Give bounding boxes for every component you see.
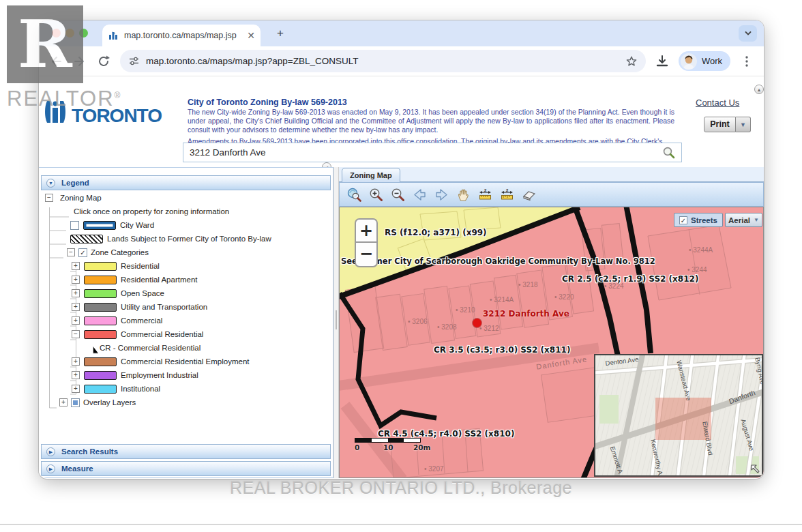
measure-area-icon[interactable]: 2 <box>499 187 515 203</box>
expander-minus-icon[interactable]: − <box>67 248 75 256</box>
header-collapse-button[interactable]: ▴ <box>754 85 764 94</box>
parcel-number: 3210 <box>456 306 475 314</box>
tree-node-cr-sub: CR - Commercial Residential <box>39 341 332 355</box>
tree-label: Click once on property for zoning inform… <box>74 207 229 216</box>
bookmark-star-icon[interactable] <box>625 55 638 68</box>
browser-tab[interactable]: map.toronto.ca/maps/map.jsp ✕ <box>102 25 261 46</box>
streets-checkbox[interactable]: ✓ <box>679 216 687 224</box>
window-zoom-button[interactable] <box>79 29 88 38</box>
tab-list-chevron-button[interactable] <box>739 25 757 42</box>
scale-tick: 0 <box>355 443 359 452</box>
zoom-out-icon[interactable] <box>390 187 406 203</box>
measure-header[interactable]: ▶ Measure <box>41 461 331 476</box>
parcel-number: 3220 <box>554 293 574 301</box>
scale-tick: 10 <box>383 443 393 452</box>
map-tab-row: Zoning Map <box>339 167 764 182</box>
eraser-icon[interactable] <box>521 187 537 203</box>
measure-distance-icon[interactable]: 2 <box>477 187 493 203</box>
expander-minus-icon[interactable]: − <box>45 194 53 202</box>
print-button[interactable]: Print <box>704 117 736 132</box>
tree-label: Commercial Residential Employment <box>121 357 250 366</box>
map-zoom-out-button[interactable]: − <box>355 243 378 267</box>
map-toolbar: 2 2 <box>339 182 764 207</box>
tree-label: Lands Subject to Former City of Toronto … <box>107 235 271 243</box>
tree-node-zone: + Residential Apartment <box>39 273 332 286</box>
legend-header[interactable]: ▼ Legend <box>41 175 331 190</box>
zone-label-cr45: CR 4.5 (c4.5; r4.0) SS2 (x810) <box>378 429 514 439</box>
map-canvas[interactable]: RS (f12.0; a371) (x99) See Former City o… <box>339 207 764 478</box>
profile-button[interactable]: Work <box>679 51 730 71</box>
window-minimize-button[interactable] <box>65 29 74 38</box>
tree-label: CR - Commercial Residential <box>100 344 200 352</box>
browser-toolbar: map.toronto.ca/maps/map.jsp?app=ZBL_CONS… <box>39 46 764 76</box>
new-tab-button[interactable]: + <box>273 27 287 40</box>
aerial-caret-icon: ▼ <box>754 217 759 223</box>
toronto-logo: TORONTO <box>42 94 162 125</box>
expander-plus-icon[interactable]: + <box>72 357 80 366</box>
zone-swatch <box>84 371 117 380</box>
parcel-number: 3214A <box>490 296 514 304</box>
next-extent-icon[interactable] <box>434 187 449 203</box>
overview-zoom-icon[interactable] <box>346 187 362 203</box>
zone-categories-checkbox[interactable]: ✓ <box>78 248 87 257</box>
download-icon[interactable] <box>655 54 670 69</box>
measure-title: Measure <box>61 464 93 473</box>
tree-label: Residential Apartment <box>121 276 198 284</box>
overview-toggle-arrow-icon[interactable] <box>749 463 761 475</box>
search-results-toggle-icon[interactable]: ▶ <box>46 447 55 456</box>
forward-button[interactable] <box>72 54 87 69</box>
result-marker <box>473 319 481 327</box>
pan-hand-icon[interactable] <box>456 187 471 203</box>
window-close-button[interactable] <box>52 29 61 38</box>
tree-label: Overlay Layers <box>83 398 136 407</box>
overlay-layers-checkbox[interactable] <box>71 398 80 407</box>
zoom-in-icon[interactable] <box>368 187 384 203</box>
tab-zoning-map[interactable]: Zoning Map <box>342 168 400 182</box>
browser-tab-strip: map.toronto.ca/maps/map.jsp ✕ + <box>39 20 764 46</box>
expander-plus-icon[interactable]: + <box>72 316 80 325</box>
map-zoom-control: + − <box>355 218 378 267</box>
search-results-header[interactable]: ▶ Search Results <box>41 444 331 459</box>
search-icon[interactable] <box>662 146 675 159</box>
zone-label-rs: RS (f12.0; a371) (x99) <box>385 228 487 237</box>
site-settings-icon[interactable] <box>128 55 140 67</box>
city-ward-swatch <box>83 221 116 230</box>
parcel-number: 3244 <box>687 266 707 274</box>
expander-minus-icon[interactable]: − <box>72 330 80 338</box>
overview-map[interactable]: Denton Ave Wanstead Ave Byng Ave Danfort… <box>594 354 763 477</box>
previous-extent-icon[interactable] <box>412 187 428 203</box>
measure-toggle-icon[interactable]: ▶ <box>46 464 55 473</box>
expander-plus-icon[interactable]: + <box>72 276 80 284</box>
map-zoom-in-button[interactable]: + <box>355 218 378 243</box>
zone-swatch <box>84 385 117 394</box>
tab-close-icon[interactable]: ✕ <box>247 31 255 40</box>
search-input[interactable]: 3212 Danforth Ave <box>190 147 662 158</box>
tree-label: Zoning Map <box>60 194 102 202</box>
expander-plus-icon[interactable]: + <box>72 303 80 311</box>
print-dropdown-button[interactable]: ▼ <box>736 117 751 132</box>
menu-dots-icon[interactable] <box>739 54 754 69</box>
url-bar[interactable]: map.toronto.ca/maps/map.jsp?app=ZBL_CONS… <box>120 50 646 72</box>
url-text[interactable]: map.toronto.ca/maps/map.jsp?app=ZBL_CONS… <box>146 56 619 66</box>
result-marker-label: 3212 Danforth Ave <box>483 309 569 319</box>
app-area: ▼ Legend − Z <box>39 167 764 478</box>
expander-plus-icon[interactable]: + <box>72 385 80 393</box>
aerial-button[interactable]: Aerial ▼ <box>725 213 762 227</box>
expander-plus-icon[interactable]: + <box>72 262 80 270</box>
parcel-number: 3206 <box>408 318 428 325</box>
scale-tick: 20m <box>413 443 431 452</box>
panel-splitter[interactable] <box>333 167 339 478</box>
legend-panel: ▼ Legend − Z <box>39 167 333 478</box>
aerial-label: Aerial <box>728 216 750 224</box>
back-button[interactable] <box>48 54 63 69</box>
legend-toggle-icon[interactable]: ▼ <box>46 179 55 188</box>
expander-plus-icon[interactable]: + <box>59 398 68 407</box>
expander-plus-icon[interactable]: + <box>72 371 80 379</box>
parcel-number: 3218 <box>518 281 538 289</box>
toronto-wordmark: TORONTO <box>72 106 162 125</box>
expander-plus-icon[interactable]: + <box>72 289 80 297</box>
refresh-button[interactable] <box>96 54 111 69</box>
contact-us-link[interactable]: Contact Us <box>696 98 739 108</box>
streets-toggle[interactable]: ✓ Streets <box>674 213 723 227</box>
city-ward-checkbox[interactable] <box>70 221 79 230</box>
